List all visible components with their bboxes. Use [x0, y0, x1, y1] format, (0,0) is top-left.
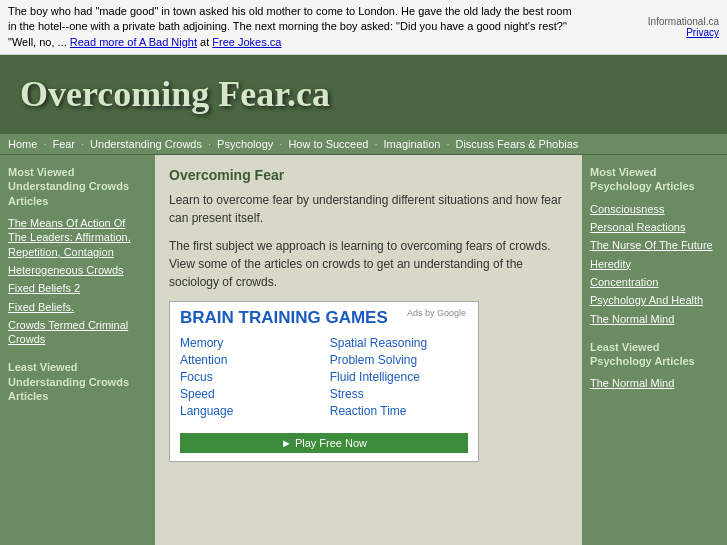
- right-link-psych-health[interactable]: Psychology And Health: [590, 293, 719, 307]
- right-link-concentration[interactable]: Concentration: [590, 275, 719, 289]
- right-link-consciousness[interactable]: Consciousness: [590, 202, 719, 216]
- sep5: ·: [374, 138, 377, 150]
- brain-ad-header: BRAIN TRAINING GAMES Ads by Google: [170, 302, 478, 332]
- brain-spatial-link[interactable]: Spatial Reasoning: [330, 336, 468, 350]
- privacy-label[interactable]: Privacy: [648, 27, 719, 38]
- brain-play-button[interactable]: ► Play Free Now: [180, 433, 468, 453]
- brain-stress-link[interactable]: Stress: [330, 387, 468, 401]
- brain-ad-row-4: Speed Stress: [180, 387, 468, 401]
- nav-understanding-crowds[interactable]: Understanding Crowds: [90, 138, 202, 150]
- right-section2-title: Least Viewed Psychology Articles: [590, 340, 719, 369]
- main-para1: Learn to overcome fear by understanding …: [169, 191, 568, 227]
- nav-bar: Home · Fear · Understanding Crowds · Psy…: [0, 133, 727, 155]
- left-link-4[interactable]: Fixed Beliefs.: [8, 300, 147, 314]
- left-section1-title: Most Viewed Understanding Crowds Article…: [8, 165, 147, 208]
- brain-reaction-link[interactable]: Reaction Time: [330, 404, 468, 418]
- jokes-link[interactable]: Free Jokes.ca: [212, 36, 281, 48]
- nav-fear[interactable]: Fear: [52, 138, 75, 150]
- left-link-2[interactable]: Heterogeneous Crowds: [8, 263, 147, 277]
- main-heading: Overcoming Fear: [169, 167, 568, 183]
- sep6: ·: [446, 138, 449, 150]
- right-link-normal-mind[interactable]: The Normal Mind: [590, 312, 719, 326]
- ad-right: Informational.ca Privacy: [648, 16, 719, 38]
- brain-fluid-link[interactable]: Fluid Intelligence: [330, 370, 468, 384]
- sep1: ·: [43, 138, 46, 150]
- at-label: at: [200, 36, 209, 48]
- left-section2-title: Least Viewed Understanding Crowds Articl…: [8, 360, 147, 403]
- nav-psychology[interactable]: Psychology: [217, 138, 273, 150]
- brain-ad-row-2: Attention Problem Solving: [180, 353, 468, 367]
- nav-how-to-succeed[interactable]: How to Succeed: [288, 138, 368, 150]
- right-link-personal-reactions[interactable]: Personal Reactions: [590, 220, 719, 234]
- ad-text: The boy who had "made good" in town aske…: [8, 4, 578, 50]
- nav-discuss-fears[interactable]: Discuss Fears & Phobias: [455, 138, 578, 150]
- main-content: Overcoming Fear Learn to overcome fear b…: [155, 155, 582, 545]
- nav-imagination[interactable]: Imagination: [384, 138, 441, 150]
- brain-language-link[interactable]: Language: [180, 404, 318, 418]
- main-layout: Most Viewed Understanding Crowds Article…: [0, 155, 727, 545]
- right-sidebar: Most Viewed Psychology Articles Consciou…: [582, 155, 727, 545]
- brain-training-ad: BRAIN TRAINING GAMES Ads by Google Memor…: [169, 301, 479, 462]
- left-link-3[interactable]: Fixed Beliefs 2: [8, 281, 147, 295]
- brain-ad-title: BRAIN TRAINING GAMES: [180, 308, 388, 328]
- left-link-5[interactable]: Crowds Termed Criminal Crowds: [8, 318, 147, 347]
- brain-ad-row-1: Memory Spatial Reasoning: [180, 336, 468, 350]
- left-sidebar: Most Viewed Understanding Crowds Article…: [0, 155, 155, 545]
- info-label: Informational.ca: [648, 16, 719, 27]
- brain-problem-link[interactable]: Problem Solving: [330, 353, 468, 367]
- brain-ad-body: Memory Spatial Reasoning Attention Probl…: [170, 332, 478, 429]
- nav-home[interactable]: Home: [8, 138, 37, 150]
- site-title: Overcoming Fear.ca: [20, 73, 330, 115]
- brain-attention-link[interactable]: Attention: [180, 353, 318, 367]
- top-ad-bar: The boy who had "made good" in town aske…: [0, 0, 727, 55]
- read-more-link[interactable]: Read more of A Bad Night: [70, 36, 197, 48]
- brain-speed-link[interactable]: Speed: [180, 387, 318, 401]
- left-link-1[interactable]: The Means Of Action Of The Leaders: Affi…: [8, 216, 147, 259]
- brain-memory-link[interactable]: Memory: [180, 336, 318, 350]
- ad-label: Ads by Google: [407, 308, 468, 318]
- sep3: ·: [208, 138, 211, 150]
- brain-ad-row-3: Focus Fluid Intelligence: [180, 370, 468, 384]
- main-para2: The first subject we approach is learnin…: [169, 237, 568, 291]
- sep2: ·: [81, 138, 84, 150]
- site-header: Overcoming Fear.ca: [0, 55, 727, 133]
- brain-ad-row-5: Language Reaction Time: [180, 404, 468, 418]
- right-link-nurse[interactable]: The Nurse Of The Future: [590, 238, 719, 252]
- sep4: ·: [279, 138, 282, 150]
- right-section1-title: Most Viewed Psychology Articles: [590, 165, 719, 194]
- brain-focus-link[interactable]: Focus: [180, 370, 318, 384]
- right-link-normal-mind-2[interactable]: The Normal Mind: [590, 376, 719, 390]
- right-link-heredity[interactable]: Heredity: [590, 257, 719, 271]
